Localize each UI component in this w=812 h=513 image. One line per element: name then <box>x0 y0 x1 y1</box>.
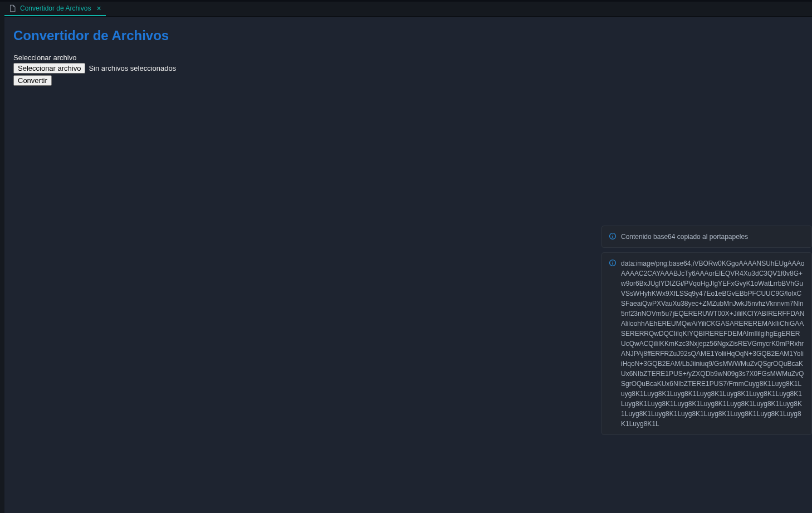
file-select-button[interactable]: Seleccionar archivo <box>13 63 85 74</box>
notification-base64: data:image/png;base64,iVBORw0KGgoAAAANSU… <box>601 252 812 435</box>
info-icon <box>609 259 617 267</box>
notification-base64-text: data:image/png;base64,iVBORw0KGgoAAAANSU… <box>621 258 805 429</box>
tab-title: Convertidor de Archivos <box>20 4 91 12</box>
notifications-area: Contenido base64 copiado al portapapeles… <box>601 226 812 435</box>
close-icon[interactable]: × <box>96 4 101 12</box>
document-icon <box>9 4 17 12</box>
file-select-label: Seleccionar archivo <box>13 53 803 62</box>
info-icon <box>609 232 617 240</box>
convert-button[interactable]: Convertir <box>13 75 52 86</box>
tab-bar: Convertidor de Archivos × <box>0 2 812 17</box>
svg-point-5 <box>612 261 613 262</box>
file-status-text: Sin archivos seleccionados <box>89 64 176 72</box>
svg-point-2 <box>612 234 613 235</box>
tab-file-converter[interactable]: Convertidor de Archivos × <box>4 2 106 16</box>
page-title: Convertidor de Archivos <box>13 28 803 43</box>
page-content: Convertidor de Archivos Seleccionar arch… <box>0 17 812 86</box>
notification-copied-text: Contenido base64 copiado al portapapeles <box>621 232 748 242</box>
notification-copied: Contenido base64 copiado al portapapeles <box>601 226 812 248</box>
file-input-row: Seleccionar archivo Sin archivos selecci… <box>13 63 803 74</box>
